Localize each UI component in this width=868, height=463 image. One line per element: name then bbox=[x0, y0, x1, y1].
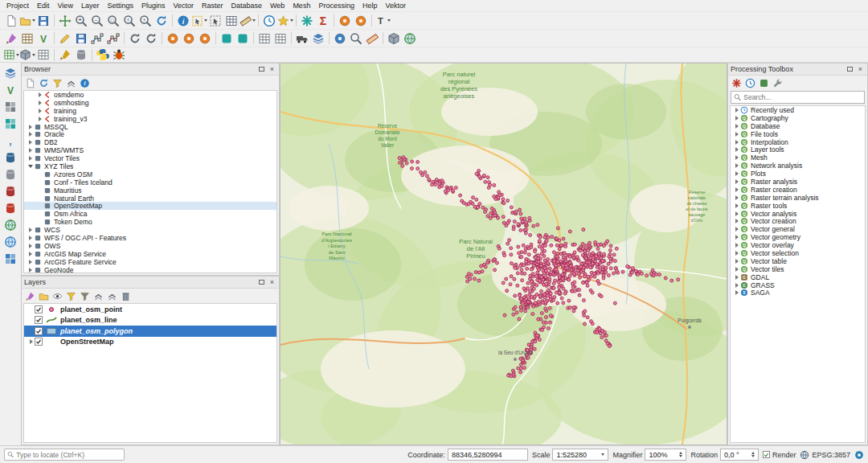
add-postgis-layer-button[interactable] bbox=[2, 150, 18, 166]
add-xyz-layer-button[interactable] bbox=[2, 251, 18, 267]
processing-results-button[interactable] bbox=[757, 76, 771, 90]
add-group-button[interactable] bbox=[37, 289, 51, 303]
chevron-right-icon[interactable] bbox=[29, 132, 32, 137]
browser-item-osmhosting[interactable]: osmhosting bbox=[24, 99, 276, 107]
filter-legend-button[interactable] bbox=[64, 289, 78, 303]
chevron-down-icon[interactable] bbox=[28, 165, 33, 168]
browser-item-wcs[interactable]: WCS bbox=[24, 226, 276, 234]
chevron-right-icon[interactable] bbox=[735, 283, 739, 288]
help-contents-button[interactable] bbox=[332, 31, 348, 47]
menu-settings[interactable]: Settings bbox=[103, 1, 137, 10]
chevron-right-icon[interactable] bbox=[39, 92, 42, 97]
redo-button[interactable] bbox=[143, 31, 159, 47]
new-bookmark-button[interactable] bbox=[277, 13, 293, 29]
processing-search-input[interactable] bbox=[743, 93, 862, 101]
add-delimited-text-button[interactable]: , bbox=[2, 133, 18, 149]
browser-item-conf-tiles-iceland[interactable]: Conf - Tiles Iceland bbox=[24, 178, 276, 186]
offline-editing-button[interactable] bbox=[219, 31, 235, 47]
add-vector-layer-button[interactable]: V bbox=[35, 31, 51, 47]
chevron-right-icon[interactable] bbox=[29, 268, 32, 272]
save-project-button[interactable] bbox=[35, 13, 51, 29]
processing-group-raster-creation[interactable]: QRaster creation bbox=[731, 186, 865, 194]
chevron-right-icon[interactable] bbox=[735, 147, 739, 152]
chevron-right-icon[interactable] bbox=[29, 244, 32, 248]
chevron-right-icon[interactable] bbox=[29, 125, 32, 129]
zoom-next-button[interactable]: › bbox=[137, 13, 154, 29]
open-layer-styling-button[interactable] bbox=[23, 289, 37, 303]
add-mesh-layer-button[interactable] bbox=[2, 116, 18, 132]
chevron-right-icon[interactable] bbox=[735, 195, 739, 200]
cad-tools-button[interactable] bbox=[386, 31, 402, 47]
measure-button[interactable] bbox=[240, 13, 256, 29]
browser-item-azores-osm[interactable]: Azores OSM bbox=[24, 170, 276, 178]
crs-status-button[interactable]: EPSG:3857 bbox=[800, 450, 850, 460]
chevron-right-icon[interactable] bbox=[29, 156, 32, 161]
collapse-all-button[interactable] bbox=[64, 76, 78, 90]
chevron-right-icon[interactable] bbox=[30, 339, 33, 344]
search-plugins-button[interactable] bbox=[348, 31, 364, 47]
processing-group-cartography[interactable]: QCartography bbox=[731, 114, 865, 122]
menu-view[interactable]: View bbox=[54, 1, 77, 10]
layer-item-planet-osm-line[interactable]: planet_osm_line bbox=[24, 315, 276, 326]
menu-layer[interactable]: Layer bbox=[77, 1, 104, 10]
chevron-right-icon[interactable] bbox=[735, 179, 739, 184]
menu-vektor[interactable]: Vektor bbox=[381, 1, 410, 10]
chevron-right-icon[interactable] bbox=[735, 108, 739, 113]
browser-item-wfs-ogc-api-features[interactable]: WFS / OGC API - Features bbox=[24, 234, 276, 242]
zoom-last-button[interactable]: ‹ bbox=[121, 13, 137, 29]
add-selected-layers-button[interactable] bbox=[23, 76, 37, 90]
chevron-right-icon[interactable] bbox=[29, 148, 32, 153]
layer-visibility-checkbox[interactable] bbox=[35, 316, 43, 324]
processing-options-button[interactable] bbox=[771, 76, 784, 90]
db-manager-button[interactable] bbox=[73, 47, 89, 63]
add-wfs-layer-button[interactable] bbox=[2, 234, 18, 250]
browser-item-arcgis-map-service[interactable]: ArcGIS Map Service bbox=[24, 250, 276, 258]
float-panel-button[interactable] bbox=[257, 65, 266, 74]
browser-properties-button[interactable]: i bbox=[78, 76, 92, 90]
browser-item-mssql[interactable]: MSSQL bbox=[24, 123, 276, 131]
menu-web[interactable]: Web bbox=[266, 1, 289, 10]
chart-tools-button[interactable] bbox=[272, 31, 289, 47]
chevron-right-icon[interactable] bbox=[735, 155, 739, 160]
scale-combo[interactable]: 1:525280 bbox=[552, 449, 608, 461]
temporal-controller-button[interactable] bbox=[261, 13, 277, 29]
python-console-button[interactable] bbox=[95, 47, 111, 63]
zoom-full-button[interactable]: □ bbox=[105, 13, 121, 29]
chevron-right-icon[interactable] bbox=[735, 275, 739, 280]
zoom-out-button[interactable]: - bbox=[89, 13, 105, 29]
processing-group-plots[interactable]: QPlots bbox=[731, 170, 865, 178]
browser-item-oracle[interactable]: Oracle bbox=[24, 130, 276, 138]
pan-map-button[interactable] bbox=[57, 13, 73, 29]
processing-group-vector-analysis[interactable]: QVector analysis bbox=[731, 210, 865, 218]
chevron-right-icon[interactable] bbox=[735, 259, 739, 264]
menu-edit[interactable]: Edit bbox=[33, 1, 54, 10]
layer-item-planet-osm-point[interactable]: planet_osm_point bbox=[24, 304, 276, 315]
magnifier-stepper[interactable]: 100% bbox=[645, 449, 686, 461]
chevron-right-icon[interactable] bbox=[735, 219, 739, 223]
filter-browser-button[interactable] bbox=[51, 76, 64, 90]
close-panel-button[interactable]: × bbox=[268, 65, 276, 74]
menu-database[interactable]: Database bbox=[227, 1, 267, 10]
rotation-stepper[interactable]: 0,0 ° bbox=[720, 449, 759, 461]
road-graph-button[interactable] bbox=[294, 31, 310, 47]
menu-plugins[interactable]: Plugins bbox=[137, 1, 170, 10]
browser-item-openstreetmap[interactable]: OpenStreetMap bbox=[24, 202, 276, 210]
browser-item-geonode[interactable]: GeoNode bbox=[24, 266, 276, 273]
add-wms-layer-button[interactable] bbox=[2, 217, 18, 233]
locate-input[interactable] bbox=[16, 451, 121, 459]
chevron-right-icon[interactable] bbox=[735, 124, 739, 129]
coordinate-input[interactable]: 88346,5280994 bbox=[448, 449, 528, 461]
messages-button[interactable] bbox=[854, 450, 864, 460]
browser-item-arcgis-feature-service[interactable]: ArcGIS Feature Service bbox=[24, 258, 276, 266]
georeferencer-button[interactable] bbox=[402, 31, 418, 47]
processing-group-file-tools[interactable]: QFile tools bbox=[731, 130, 865, 138]
map-canvas[interactable]: Parc naturelrégionaldes Pyrénéesariégeoi… bbox=[280, 63, 727, 445]
chevron-right-icon[interactable] bbox=[735, 116, 739, 121]
new-map-view-button[interactable] bbox=[3, 47, 19, 63]
add-mssql-layer-button[interactable] bbox=[2, 183, 18, 199]
osm-info-button[interactable] bbox=[197, 31, 213, 47]
chevron-right-icon[interactable] bbox=[39, 117, 42, 121]
select-features-button[interactable] bbox=[191, 13, 207, 29]
menu-raster[interactable]: Raster bbox=[198, 1, 227, 10]
layer-visibility-checkbox[interactable] bbox=[35, 305, 43, 313]
